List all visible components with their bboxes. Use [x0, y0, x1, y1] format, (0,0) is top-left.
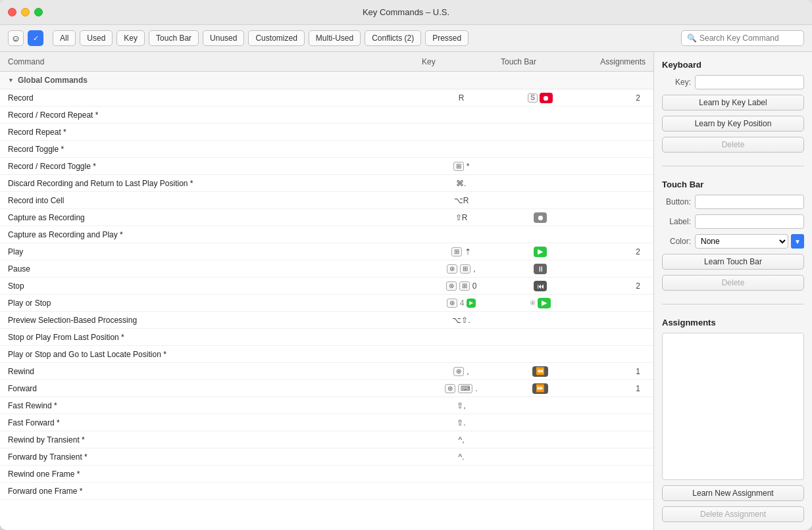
- color-row: Color: None ▼: [662, 234, 804, 249]
- row-key: ⊞ *: [422, 162, 501, 171]
- table-row[interactable]: Play ⊞ ⇡ ▶ 2: [0, 243, 653, 260]
- toolbar: ☺ ✓ All Used Key Touch Bar Unused Custom…: [0, 25, 812, 52]
- tb-stop-icon: ⏮: [534, 281, 547, 291]
- maximize-button[interactable]: [34, 8, 43, 16]
- touchbar-delete-button[interactable]: Delete: [662, 275, 804, 291]
- table-row[interactable]: Discard Recording and Return to Last Pla…: [0, 175, 653, 192]
- table-row[interactable]: Fast Forward * ⇧.: [0, 414, 653, 431]
- row-touchbar: ⏩: [501, 383, 580, 394]
- row-key: ⊛ ⊞ 0: [422, 281, 501, 291]
- content-area: Command Key Touch Bar Assignments ▼ Glob…: [0, 52, 812, 530]
- color-select-wrapper: None ▼: [695, 234, 804, 249]
- table-body[interactable]: ▼ Global Commands Record R S ⏺ 2 Record …: [0, 72, 653, 530]
- select-arrow-icon: ▼: [791, 234, 804, 249]
- filter-used[interactable]: Used: [80, 30, 113, 46]
- cmd-label: Record: [8, 93, 422, 103]
- filter-touchbar[interactable]: Touch Bar: [149, 30, 199, 46]
- cmd-label: Record Toggle *: [8, 145, 422, 154]
- color-select[interactable]: None: [695, 234, 788, 249]
- table-row[interactable]: Record into Cell ⌥R: [0, 192, 653, 209]
- close-button[interactable]: [8, 8, 16, 16]
- cmd-label: Record Repeat *: [8, 128, 422, 137]
- table-row[interactable]: Capture as Recording ⇧R ⏺: [0, 209, 653, 226]
- row-key: ⌥⇧.: [422, 316, 501, 325]
- learn-new-assignment-button[interactable]: Learn New Assignment: [662, 485, 804, 501]
- cmd-label: Preview Selection-Based Processing: [8, 316, 422, 325]
- table-row[interactable]: Forward ⊛ ⌨ . ⏩ 1: [0, 380, 653, 397]
- table-row[interactable]: Stop ⊛ ⊞ 0 ⏮ 2: [0, 277, 653, 295]
- filter-unused[interactable]: Unused: [203, 30, 244, 46]
- learn-key-position-button[interactable]: Learn by Key Position: [662, 116, 804, 132]
- learn-key-label-button[interactable]: Learn by Key Label: [662, 95, 804, 110]
- table-row[interactable]: Pause ⊛ ⊞ , ⏸: [0, 260, 653, 277]
- table-row[interactable]: Fast Rewind * ⇧,: [0, 397, 653, 414]
- cmd-label: Record / Record Toggle *: [8, 162, 422, 171]
- key-icon-grid: ⊞: [459, 281, 470, 291]
- filter-key[interactable]: Key: [116, 30, 145, 46]
- assignments-title: Assignments: [662, 318, 804, 327]
- table-row[interactable]: Play or Stop ⊛ 4 ▶ ④ ▶: [0, 295, 653, 312]
- right-panel: Keyboard Key: Learn by Key Label Learn b…: [654, 52, 812, 530]
- blue-filter-button[interactable]: ✓: [28, 30, 43, 46]
- table-row[interactable]: Rewind ⊛ , ⏪ 1: [0, 363, 653, 380]
- cmd-label: Stop or Play From Last Position *: [8, 333, 422, 342]
- search-input[interactable]: [699, 34, 798, 43]
- button-input[interactable]: [695, 195, 804, 209]
- table-row[interactable]: Record Repeat *: [0, 124, 653, 141]
- cmd-label: Capture as Recording and Play *: [8, 230, 422, 239]
- label-input[interactable]: [695, 214, 804, 229]
- cmd-label: Forward one Frame *: [8, 487, 422, 496]
- traffic-lights: [8, 8, 43, 16]
- delete-assignment-button[interactable]: Delete Assignment: [662, 506, 804, 522]
- search-wrapper[interactable]: 🔍: [681, 30, 804, 46]
- cmd-label: Rewind by Transient *: [8, 435, 422, 445]
- tb-green-play2-icon: ▶: [467, 299, 476, 308]
- key-icon-stack3: ⊛: [453, 367, 464, 376]
- filter-all[interactable]: All: [53, 30, 76, 46]
- table-row[interactable]: Rewind by Transient * ^,: [0, 431, 653, 448]
- row-key: ⇧.: [422, 418, 501, 427]
- smiley-button[interactable]: ☺: [8, 30, 24, 46]
- cmd-label: Play: [8, 247, 422, 256]
- touchbar-section: Touch Bar Button: Label: Color: None ▼: [662, 180, 804, 291]
- row-key: ^,: [422, 435, 501, 445]
- row-assign: 2: [580, 247, 646, 256]
- color-label: Color:: [662, 237, 691, 246]
- filter-customized[interactable]: Customized: [248, 30, 304, 46]
- filter-conflicts[interactable]: Conflicts (2): [365, 30, 421, 46]
- key-row: Key:: [662, 75, 804, 89]
- keyboard-delete-button[interactable]: Delete: [662, 137, 804, 153]
- table-row[interactable]: Play or Stop and Go to Last Locate Posit…: [0, 346, 653, 363]
- header-assignments: Assignments: [580, 57, 646, 66]
- row-key: ⊞ ⇡: [422, 247, 501, 256]
- table-row[interactable]: Forward one Frame *: [0, 483, 653, 500]
- table-row[interactable]: Capture as Recording and Play *: [0, 226, 653, 243]
- learn-touchbar-button[interactable]: Learn Touch Bar: [662, 254, 804, 270]
- row-touchbar: ⏸: [501, 264, 580, 274]
- tb-ff-icon: ⏩: [532, 383, 548, 394]
- key-input[interactable]: [695, 75, 804, 89]
- table-row[interactable]: Rewind one Frame *: [0, 466, 653, 483]
- tb-rw-icon: ⏪: [532, 366, 548, 377]
- minimize-button[interactable]: [21, 8, 30, 16]
- row-assign: 1: [580, 367, 646, 376]
- cmd-label: Rewind: [8, 367, 422, 376]
- table-row[interactable]: Preview Selection-Based Processing ⌥⇧.: [0, 312, 653, 329]
- cmd-label: Play or Stop: [8, 299, 422, 308]
- table-row[interactable]: Forward by Transient * ^.: [0, 448, 653, 466]
- table-row[interactable]: Stop or Play From Last Position *: [0, 329, 653, 346]
- row-key: ⌥R: [422, 196, 501, 205]
- cmd-label: Fast Forward *: [8, 418, 422, 427]
- table-row[interactable]: Record / Record Repeat *: [0, 107, 653, 124]
- row-key: ⊛ ,: [422, 367, 501, 376]
- table-row[interactable]: Record R S ⏺ 2: [0, 89, 653, 107]
- table-row[interactable]: Record / Record Toggle * ⊞ *: [0, 158, 653, 175]
- row-key: ⊛ ⊞ ,: [422, 264, 501, 274]
- table-row[interactable]: Record Toggle *: [0, 141, 653, 158]
- key-icon-stack4: ⊛: [445, 384, 455, 393]
- filter-multiused[interactable]: Multi-Used: [309, 30, 361, 46]
- row-key: ⊛ ⌨ .: [422, 384, 501, 393]
- search-icon: 🔍: [687, 34, 697, 43]
- filter-pressed[interactable]: Pressed: [425, 30, 469, 46]
- tb-icon-s: S: [528, 93, 538, 103]
